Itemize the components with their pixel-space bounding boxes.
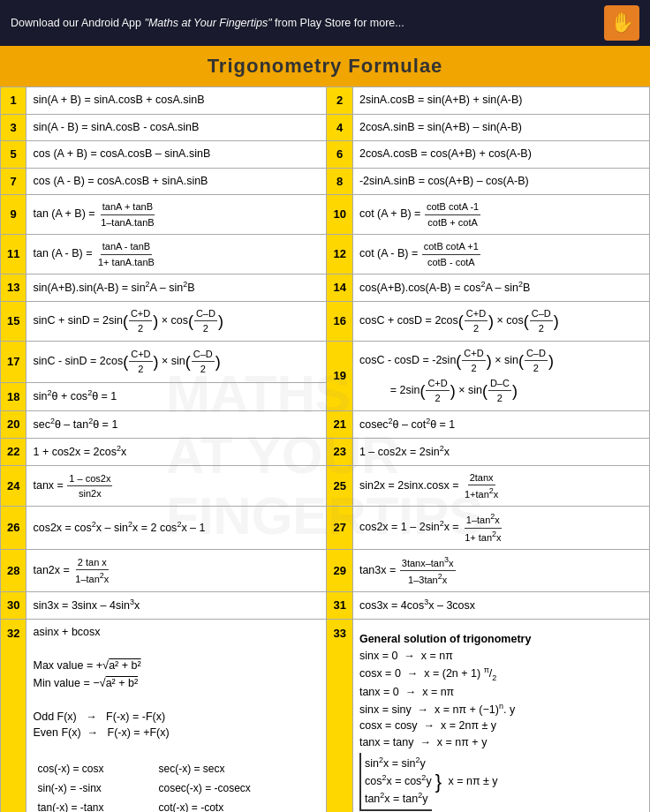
formula-table: 1 sin(A + B) = sinA.cosB + cosA.sinB 2 2… [0, 86, 650, 812]
row-num: 26 [1, 507, 26, 549]
formula-cell: sin(A + B) = sinA.cosB + cosA.sinB [26, 87, 327, 115]
row-num: 16 [327, 301, 352, 341]
formula-cell: tan2x = 2 tan x 1–tan2x [26, 549, 327, 591]
row-num: 15 [1, 301, 26, 341]
row-num: 29 [327, 549, 352, 591]
formula-cell: sec2θ – tan2θ = 1 [26, 410, 327, 438]
table-row: 24 tanx = 1 – cos2x sin2x 25 sin2x = 2si… [1, 465, 650, 507]
row-num: 11 [1, 235, 26, 274]
formula-cell: 2cosA.cosB = cos(A+B) + cos(A-B) [352, 141, 649, 169]
page-title: Trigonometry Formulae [0, 46, 650, 86]
row-num: 14 [327, 274, 352, 302]
table-row: 20 sec2θ – tan2θ = 1 21 cosec2θ – cot2θ … [1, 410, 650, 438]
formula-cell: cot (A + B) = cotB cotA -1 cotB + cotA [352, 195, 649, 235]
hand-icon: ✋ [604, 5, 639, 41]
formula-cell: sin(A - B) = sinA.cosB - cosA.sinB [26, 114, 327, 141]
formula-cell: cos(A+B).cos(A-B) = cos2A – sin2B [352, 274, 649, 302]
row-num: 9 [1, 195, 26, 235]
formula-cell: sinC + sinD = 2sin(C+D2) × cos(C–D2) [26, 301, 327, 341]
formula-cell: sin3x = 3sinx – 4sin3x [26, 592, 327, 620]
formula-cell: tan3x = 3tanx–tan3x 1–3tan2x [352, 549, 649, 591]
formula-cell: cos (A + B) = cosA.cosB – sinA.sinB [26, 141, 327, 169]
formula-cell: cosC + cosD = 2cos(C+D2) × cos(C–D2) [352, 301, 649, 341]
row-num: 1 [1, 87, 26, 115]
table-row: 22 1 + cos2x = 2cos2x 23 1 – cos2x = 2si… [1, 438, 650, 465]
row-num: 32 [1, 619, 26, 812]
table-row: 3 sin(A - B) = sinA.cosB - cosA.sinB 4 2… [1, 114, 650, 141]
row-num: 27 [327, 507, 352, 549]
row-num: 17 [1, 341, 26, 382]
row-num: 4 [327, 114, 352, 141]
row-num: 18 [1, 382, 26, 410]
row-num: 22 [1, 438, 26, 465]
formula-cell: 2cosA.sinB = sin(A+B) – sin(A-B) [352, 114, 649, 141]
formula-cell: cosec2θ – cot2θ = 1 [352, 410, 649, 438]
row-num: 19 [327, 341, 352, 410]
formula-cell: sin(A+B).sin(A-B) = sin2A – sin2B [26, 274, 327, 302]
table-row: 32 asinx + bcosx Max value = +√a² + b² M… [1, 619, 650, 812]
formula-cell: cos2x = 1 – 2sin2x = 1–tan2x 1+ tan2x [352, 507, 649, 549]
formula-cell: asinx + bcosx Max value = +√a² + b² Min … [26, 619, 327, 812]
row-num: 2 [327, 87, 352, 115]
table-row: 13 sin(A+B).sin(A-B) = sin2A – sin2B 14 … [1, 274, 650, 302]
formula-cell: tan (A + B) = tanA + tanB 1–tanA.tanB [26, 195, 327, 235]
banner-text: Download our Android App "Maths at Your … [11, 17, 404, 29]
formula-cell: cot (A - B) = cotB cotA +1 cotB - cotA [352, 235, 649, 274]
table-row: 28 tan2x = 2 tan x 1–tan2x 29 tan3x = 3t… [1, 549, 650, 591]
formula-cell: cos2x = cos2x – sin2x = 2 cos2x – 1 [26, 507, 327, 549]
row-num: 28 [1, 549, 26, 591]
row-num: 10 [327, 195, 352, 235]
formula-cell: 1 + cos2x = 2cos2x [26, 438, 327, 465]
formula-cell: cos (A - B) = cosA.cosB + sinA.sinB [26, 168, 327, 195]
top-banner: Download our Android App "Maths at Your … [0, 0, 650, 46]
row-num: 23 [327, 438, 352, 465]
row-num: 21 [327, 410, 352, 438]
formula-cell: sin2x = 2sinx.cosx = 2tanx 1+tan2x [352, 465, 649, 507]
formula-cell: tan (A - B) = tanA - tanB 1+ tanA.tanB [26, 235, 327, 274]
row-num: 30 [1, 592, 26, 620]
row-num: 20 [1, 410, 26, 438]
formula-cell: tanx = 1 – cos2x sin2x [26, 465, 327, 507]
formula-cell: cosC - cosD = -2sin(C+D2) × sin(C–D2) = … [352, 341, 649, 410]
row-num: 3 [1, 114, 26, 141]
row-num: 6 [327, 141, 352, 169]
table-row: 5 cos (A + B) = cosA.cosB – sinA.sinB 6 … [1, 141, 650, 169]
row-num: 25 [327, 465, 352, 507]
row-num: 33 [327, 619, 352, 812]
row-num: 5 [1, 141, 26, 169]
table-row: 1 sin(A + B) = sinA.cosB + cosA.sinB 2 2… [1, 87, 650, 115]
table-row: 9 tan (A + B) = tanA + tanB 1–tanA.tanB … [1, 195, 650, 235]
formula-cell: sinC - sinD = 2cos(C+D2) × sin(C–D2) [26, 341, 327, 382]
table-row: 11 tan (A - B) = tanA - tanB 1+ tanA.tan… [1, 235, 650, 274]
formula-cell: sin2θ + cos2θ = 1 [26, 382, 327, 410]
table-row: 30 sin3x = 3sinx – 4sin3x 31 cos3x = 4co… [1, 592, 650, 620]
table-row: 15 sinC + sinD = 2sin(C+D2) × cos(C–D2) … [1, 301, 650, 341]
formula-cell: 1 – cos2x = 2sin2x [352, 438, 649, 465]
row-num: 12 [327, 235, 352, 274]
formula-cell: General solution of trigonometry sinx = … [352, 619, 649, 812]
row-num: 13 [1, 274, 26, 302]
formula-cell: -2sinA.sinB = cos(A+B) – cos(A-B) [352, 168, 649, 195]
table-row: 17 sinC - sinD = 2cos(C+D2) × sin(C–D2) … [1, 341, 650, 382]
row-num: 31 [327, 592, 352, 620]
formula-cell: 2sinA.cosB = sin(A+B) + sin(A-B) [352, 87, 649, 115]
row-num: 24 [1, 465, 26, 507]
row-num: 7 [1, 168, 26, 195]
table-row: 26 cos2x = cos2x – sin2x = 2 cos2x – 1 2… [1, 507, 650, 549]
table-row: 7 cos (A - B) = cosA.cosB + sinA.sinB 8 … [1, 168, 650, 195]
row-num: 8 [327, 168, 352, 195]
formula-cell: cos3x = 4cos3x – 3cosx [352, 592, 649, 620]
